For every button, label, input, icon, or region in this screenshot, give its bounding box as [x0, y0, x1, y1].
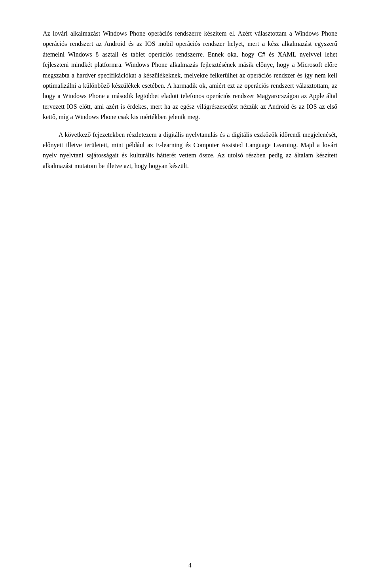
paragraph-1-text: Az lovári alkalmazást Windows Phone oper… [43, 28, 337, 123]
paragraph-1: Az lovári alkalmazást Windows Phone oper… [43, 28, 337, 123]
page-number: 4 [188, 562, 192, 569]
paragraph-2-text: A következő fejezetekben részletezem a d… [43, 130, 337, 172]
paragraph-2: A következő fejezetekben részletezem a d… [43, 130, 337, 172]
page: Az lovári alkalmazást Windows Phone oper… [0, 0, 380, 588]
